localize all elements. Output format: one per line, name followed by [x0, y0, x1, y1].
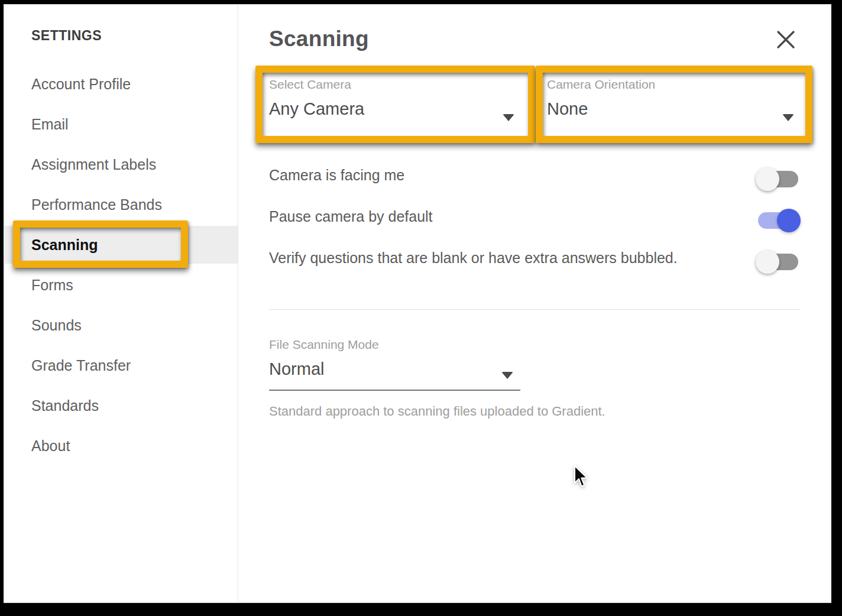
- camera-orientation-dropdown[interactable]: Camera Orientation None: [547, 77, 805, 119]
- camera-facing-label: Camera is facing me: [269, 167, 404, 184]
- verify-questions-label: Verify questions that are blank or have …: [269, 249, 678, 267]
- settings-sidebar: SETTINGS Account Profile Email Assignmen…: [5, 5, 238, 602]
- toggle-knob: [756, 167, 779, 191]
- verify-questions-toggle[interactable]: [758, 254, 798, 270]
- sidebar-item-sounds[interactable]: Sounds: [5, 306, 238, 344]
- sidebar-item-account-profile[interactable]: Account Profile: [5, 65, 238, 103]
- file-scanning-mode-label: File Scanning Mode: [269, 338, 520, 352]
- camera-orientation-underline: [547, 136, 805, 137]
- file-scanning-mode-underline: [269, 390, 520, 391]
- chevron-down-icon[interactable]: [501, 372, 513, 379]
- pause-camera-label: Pause camera by default: [269, 208, 433, 225]
- settings-dialog: SETTINGS Account Profile Email Assignmen…: [5, 5, 830, 602]
- file-scanning-mode-value: Normal: [269, 359, 520, 379]
- select-camera-underline: [269, 136, 520, 137]
- file-scanning-mode-dropdown[interactable]: File Scanning Mode Normal: [269, 338, 520, 379]
- sidebar-title: SETTINGS: [31, 28, 102, 44]
- toggle-knob: [777, 209, 801, 232]
- mouse-cursor-icon: [574, 465, 589, 491]
- sidebar-item-standards[interactable]: Standards: [5, 387, 238, 424]
- camera-orientation-label: Camera Orientation: [547, 77, 805, 92]
- pause-camera-toggle[interactable]: [758, 212, 798, 229]
- sidebar-item-about[interactable]: About: [5, 427, 238, 465]
- sidebar-item-email[interactable]: Email: [5, 105, 238, 143]
- chevron-down-icon[interactable]: [782, 114, 794, 121]
- toggle-knob: [756, 250, 779, 274]
- file-scanning-mode-helper: Standard approach to scanning files uplo…: [269, 404, 605, 419]
- chevron-down-icon[interactable]: [503, 114, 514, 121]
- sidebar-item-assignment-labels[interactable]: Assignment Labels: [5, 145, 238, 183]
- section-divider: [269, 309, 799, 310]
- sidebar-item-scanning[interactable]: Scanning: [5, 226, 238, 264]
- sidebar-item-grade-transfer[interactable]: Grade Transfer: [5, 346, 238, 384]
- select-camera-dropdown[interactable]: Select Camera Any Camera: [269, 77, 520, 119]
- select-camera-label: Select Camera: [269, 77, 520, 92]
- close-button[interactable]: [775, 29, 796, 50]
- sidebar-item-forms[interactable]: Forms: [5, 266, 238, 304]
- camera-orientation-value: None: [547, 99, 805, 119]
- select-camera-value: Any Camera: [269, 99, 520, 119]
- camera-facing-toggle[interactable]: [758, 171, 798, 187]
- page-title: Scanning: [269, 27, 369, 51]
- close-icon: [775, 29, 796, 50]
- sidebar-item-performance-bands[interactable]: Performance Bands: [5, 186, 238, 223]
